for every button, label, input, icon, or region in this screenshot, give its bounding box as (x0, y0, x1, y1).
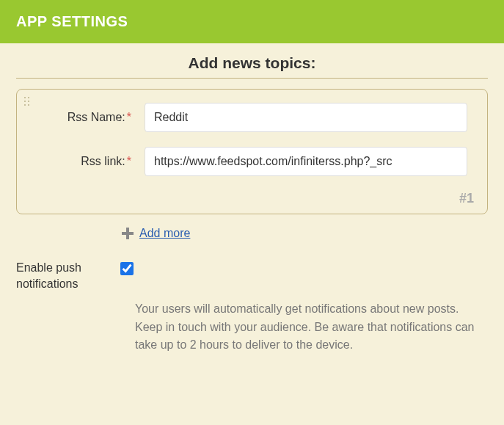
rss-name-label: Rss Name:* (27, 111, 145, 124)
app-header: APP SETTINGS (0, 0, 504, 43)
rss-link-label-text: Rss link: (81, 155, 125, 167)
feed-index-label: #1 (27, 191, 477, 206)
content-area: Add news topics: Rss Name:* Rss link:* #… (0, 43, 504, 369)
svg-rect-1 (122, 232, 134, 235)
rss-link-input[interactable] (145, 147, 467, 176)
rss-name-input[interactable] (145, 103, 467, 132)
push-checkbox[interactable] (120, 262, 134, 275)
rss-link-label: Rss link:* (27, 155, 145, 168)
section-title: Add news topics: (16, 54, 488, 79)
add-more-row: Add more (16, 226, 488, 241)
required-star-icon: * (127, 111, 131, 123)
header-title: APP SETTINGS (16, 13, 128, 29)
rss-link-row: Rss link:* (27, 147, 477, 176)
drag-handle-icon[interactable] (24, 97, 30, 106)
push-description: Your users will automatically get notifi… (16, 300, 486, 355)
rss-name-input-wrap (145, 103, 477, 132)
rss-name-label-text: Rss Name: (67, 111, 125, 123)
push-checkbox-wrap (120, 262, 134, 278)
plus-icon[interactable] (120, 226, 135, 241)
rss-name-row: Rss Name:* (27, 103, 477, 132)
rss-link-input-wrap (145, 147, 477, 176)
push-notifications-row: Enable push notifications (16, 260, 488, 293)
required-star-icon: * (127, 155, 131, 167)
feed-card: Rss Name:* Rss link:* #1 (16, 89, 488, 214)
add-more-link[interactable]: Add more (139, 227, 190, 240)
push-label: Enable push notifications (16, 260, 120, 293)
